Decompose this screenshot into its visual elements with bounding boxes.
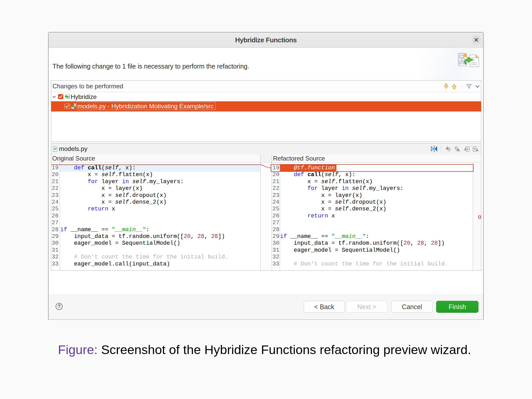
svg-text:P: P [54, 147, 57, 151]
